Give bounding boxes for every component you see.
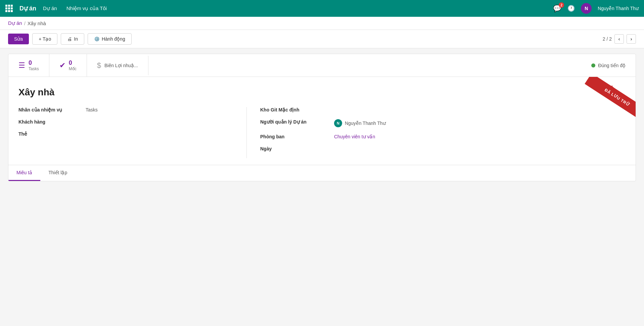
menu-item-my-tasks[interactable]: Nhiệm vụ của Tôi: [66, 5, 107, 11]
pager: 2 / 2 ‹ ›: [603, 34, 636, 44]
tasks-icon: ☰: [18, 61, 25, 70]
topnav-menu: Dự án Nhiệm vụ của Tôi: [43, 5, 546, 11]
project-fields: Nhãn của nhiệm vụ Tasks Khách hàng Thẻ K…: [18, 107, 626, 165]
on-track-dot: [591, 63, 595, 67]
field-label-git: Kho Git Mặc định: [260, 107, 334, 112]
profit-icon: $: [97, 61, 101, 70]
field-value-department: Chuyên viên tư vấn: [334, 134, 375, 139]
top-navigation: Dự án Dự án Nhiệm vụ của Tôi 💬 2 🕐 N Ngu…: [0, 0, 644, 17]
notification-badge: 2: [559, 2, 564, 8]
field-label-department: Phòng ban: [260, 134, 334, 139]
field-row-task-label: Nhãn của nhiệm vụ Tasks: [18, 107, 236, 112]
field-label-task-label: Nhãn của nhiệm vụ: [18, 107, 86, 112]
field-value-manager: N Nguyễn Thanh Thư: [334, 119, 386, 127]
pager-prev-button[interactable]: ‹: [614, 34, 624, 44]
notification-icon[interactable]: 💬 2: [553, 4, 561, 12]
project-title: Xây nhà: [18, 87, 626, 98]
tab-description[interactable]: Miêu tả: [8, 165, 40, 181]
edit-button[interactable]: Sửa: [8, 34, 29, 44]
field-row-tags: Thẻ: [18, 131, 236, 137]
field-row-department: Phòng ban Chuyên viên tư vấn: [260, 134, 626, 139]
field-row-manager: Người quản lý Dự án N Nguyễn Thanh Thư: [260, 119, 626, 127]
action-button[interactable]: ⚙️ Hành động: [88, 33, 132, 45]
gear-icon: ⚙️: [94, 36, 100, 42]
print-icon: 🖨: [67, 36, 72, 42]
breadcrumb-current: Xây nhà: [28, 20, 46, 26]
milestones-count: 0: [69, 59, 77, 66]
user-avatar[interactable]: N: [581, 3, 592, 14]
breadcrumb-separator: /: [24, 20, 26, 26]
tasks-label: Tasks: [29, 66, 39, 71]
project-card: ĐÃ LƯU TRỮ ↑ Xây nhà Nhãn của nhiệm vụ T…: [8, 77, 636, 181]
grid-menu-icon[interactable]: [5, 5, 13, 12]
milestones-label: Mốc: [69, 66, 77, 71]
field-label-manager: Người quản lý Dự án: [260, 119, 334, 125]
on-track-label: Đúng tiến độ: [598, 63, 626, 68]
menu-item-projects[interactable]: Dự án: [43, 5, 57, 11]
stat-tasks[interactable]: ☰ 0 Tasks: [8, 54, 49, 77]
stat-milestones[interactable]: ✔ 0 Mốc: [49, 54, 87, 77]
toolbar: Sửa + Tạo 🖨 In ⚙️ Hành động 2 / 2 ‹ ›: [0, 30, 644, 48]
fields-right: Kho Git Mặc định Người quản lý Dự án N N…: [247, 107, 626, 158]
field-label-customer: Khách hàng: [18, 119, 86, 125]
manager-avatar: N: [334, 119, 342, 127]
fields-left: Nhãn của nhiệm vụ Tasks Khách hàng Thẻ: [18, 107, 247, 158]
stat-on-track: Đúng tiến độ: [581, 57, 636, 74]
app-title: Dự án: [19, 5, 36, 12]
topnav-right: 💬 2 🕐 N Nguyễn Thanh Thư: [553, 3, 639, 14]
clock-icon[interactable]: 🕐: [567, 5, 575, 12]
profit-label: Biên Lợi nhuậ...: [104, 63, 138, 68]
pager-text: 2 / 2: [603, 36, 612, 42]
field-label-date: Ngày: [260, 146, 334, 151]
field-value-task-label: Tasks: [86, 107, 98, 112]
tabs-bar: Miêu tả Thiết lập: [8, 165, 636, 181]
milestones-icon: ✔: [59, 61, 65, 70]
field-row-date: Ngày: [260, 146, 626, 151]
field-row-customer: Khách hàng: [18, 119, 236, 125]
pager-next-button[interactable]: ›: [627, 34, 636, 44]
field-row-git: Kho Git Mặc định: [260, 107, 626, 112]
manager-name: Nguyễn Thanh Thư: [345, 121, 386, 126]
main-content: ☰ 0 Tasks ✔ 0 Mốc $ Biên Lợi nhuậ... Đún…: [0, 48, 644, 321]
tasks-count: 0: [29, 59, 39, 66]
stat-profit[interactable]: $ Biên Lợi nhuậ...: [87, 56, 148, 75]
field-label-tags: Thẻ: [18, 131, 86, 137]
tab-settings[interactable]: Thiết lập: [40, 165, 75, 181]
breadcrumb: Dự án / Xây nhà: [0, 17, 644, 30]
create-button[interactable]: + Tạo: [32, 33, 57, 45]
user-name[interactable]: Nguyễn Thanh Thư: [598, 6, 639, 11]
print-button[interactable]: 🖨 In: [61, 33, 84, 45]
breadcrumb-parent-link[interactable]: Dự án: [8, 20, 22, 26]
stats-bar: ☰ 0 Tasks ✔ 0 Mốc $ Biên Lợi nhuậ... Đún…: [8, 54, 636, 77]
